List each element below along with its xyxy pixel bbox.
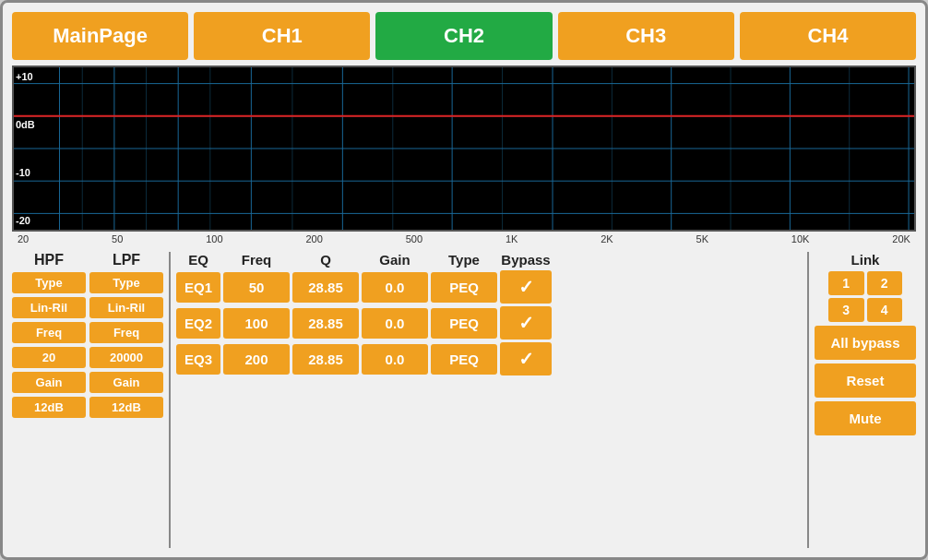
eq-col-header-eq: EQ	[176, 252, 220, 268]
tab-ch4[interactable]: CH4	[740, 12, 916, 60]
graph-wrapper: +10 0dB -10 -20 20 50 100 200 500 1K 2K …	[12, 66, 916, 246]
eq-col-header-gain: Gain	[362, 252, 428, 268]
eq3-q[interactable]: 28.85	[292, 344, 359, 375]
x-label-500: 500	[406, 233, 422, 244]
main-container: MainPage CH1 CH2 CH3 CH4	[0, 0, 928, 560]
eq2-bypass[interactable]: ✓	[500, 306, 552, 340]
lpf-gain-value[interactable]: 12dB	[89, 397, 163, 418]
eq3-freq[interactable]: 200	[223, 344, 290, 375]
hpf-column: HPF Type Lin-Ril Freq 20 Gain 12dB	[12, 252, 86, 548]
y-label-minus10: -10	[16, 167, 35, 178]
lpf-gain-label[interactable]: Gain	[89, 372, 163, 393]
hpf-gain-label[interactable]: Gain	[12, 372, 86, 393]
hpf-gain-value[interactable]: 12dB	[12, 397, 86, 418]
y-label-0db: 0dB	[16, 119, 35, 130]
tab-ch3[interactable]: CH3	[558, 12, 734, 60]
x-label-200: 200	[305, 233, 322, 244]
eq-row-1: EQ1 50 28.85 0.0 PEQ ✓	[176, 270, 802, 304]
lpf-freq-value[interactable]: 20000	[89, 347, 163, 368]
reset-button[interactable]: Reset	[815, 363, 916, 398]
eq2-id[interactable]: EQ2	[176, 308, 220, 339]
eq1-id[interactable]: EQ1	[176, 272, 220, 303]
eq-col-header-bypass: Bypass	[500, 252, 552, 268]
lpf-header: LPF	[113, 252, 140, 268]
hpf-freq-label[interactable]: Freq	[12, 322, 86, 343]
x-label-1k: 1K	[506, 233, 518, 244]
divider-1	[169, 252, 171, 548]
lpf-column: LPF Type Lin-Ril Freq 20000 Gain 12dB	[89, 252, 163, 548]
eq1-q[interactable]: 28.85	[292, 272, 359, 303]
tab-ch1[interactable]: CH1	[194, 12, 370, 60]
x-label-2k: 2K	[601, 233, 613, 244]
eq-col-header-type: Type	[431, 252, 497, 268]
x-label-20: 20	[18, 233, 29, 244]
lpf-type-label[interactable]: Type	[89, 272, 163, 293]
tab-ch2[interactable]: CH2	[375, 12, 552, 60]
eq1-type[interactable]: PEQ	[431, 272, 497, 303]
hpf-type-value[interactable]: Lin-Ril	[12, 297, 86, 318]
eq1-bypass[interactable]: ✓	[500, 270, 552, 304]
eq3-gain[interactable]: 0.0	[362, 344, 428, 375]
link-btn-2[interactable]: 2	[867, 271, 903, 295]
y-label-plus10: +10	[16, 71, 35, 82]
link-btn-4[interactable]: 4	[867, 298, 903, 322]
right-controls: Link 1 2 3 4 All bypass Reset Mute	[815, 252, 916, 548]
mute-button[interactable]: Mute	[815, 401, 916, 435]
link-header: Link	[851, 252, 880, 268]
eq-col-header-q: Q	[292, 252, 359, 268]
x-label-20k: 20K	[892, 233, 910, 244]
y-axis-labels: +10 0dB -10 -20	[16, 67, 35, 230]
x-label-100: 100	[206, 233, 222, 244]
x-label-5k: 5K	[696, 233, 708, 244]
hpf-header: HPF	[34, 252, 64, 268]
graph-svg	[14, 67, 914, 230]
eq-row-3: EQ3 200 28.85 0.0 PEQ ✓	[176, 342, 802, 375]
graph-area: +10 0dB -10 -20	[12, 66, 916, 232]
x-axis-labels: 20 50 100 200 500 1K 2K 5K 10K 20K	[12, 232, 916, 246]
link-grid: 1 2 3 4	[828, 271, 902, 322]
eq2-q[interactable]: 28.85	[292, 308, 359, 339]
eq2-freq[interactable]: 100	[223, 308, 290, 339]
y-label-minus20: -20	[16, 215, 35, 226]
link-btn-3[interactable]: 3	[828, 298, 864, 322]
hpf-freq-value[interactable]: 20	[12, 347, 86, 368]
all-bypass-button[interactable]: All bypass	[815, 326, 916, 360]
tab-mainpage[interactable]: MainPage	[12, 12, 188, 60]
eq2-type[interactable]: PEQ	[431, 308, 497, 339]
x-label-50: 50	[112, 233, 123, 244]
eq-row-2: EQ2 100 28.85 0.0 PEQ ✓	[176, 306, 802, 340]
eq-table: EQ Freq Q Gain Type Bypass EQ1 50 28.85 …	[176, 252, 802, 548]
eq-header-row: EQ Freq Q Gain Type Bypass	[176, 252, 802, 268]
eq3-type[interactable]: PEQ	[431, 344, 497, 375]
hpf-type-label[interactable]: Type	[12, 272, 86, 293]
eq3-bypass[interactable]: ✓	[500, 342, 552, 375]
lpf-freq-label[interactable]: Freq	[89, 322, 163, 343]
eq1-gain[interactable]: 0.0	[362, 272, 428, 303]
eq1-freq[interactable]: 50	[223, 272, 290, 303]
eq2-gain[interactable]: 0.0	[362, 308, 428, 339]
link-btn-1[interactable]: 1	[828, 271, 864, 295]
controls-area: HPF Type Lin-Ril Freq 20 Gain 12dB LPF T…	[12, 252, 916, 548]
eq-col-header-freq: Freq	[223, 252, 290, 268]
lpf-type-value[interactable]: Lin-Ril	[89, 297, 163, 318]
eq3-id[interactable]: EQ3	[176, 344, 220, 375]
tab-bar: MainPage CH1 CH2 CH3 CH4	[12, 12, 916, 60]
x-label-10k: 10K	[791, 233, 810, 244]
divider-2	[807, 252, 809, 548]
